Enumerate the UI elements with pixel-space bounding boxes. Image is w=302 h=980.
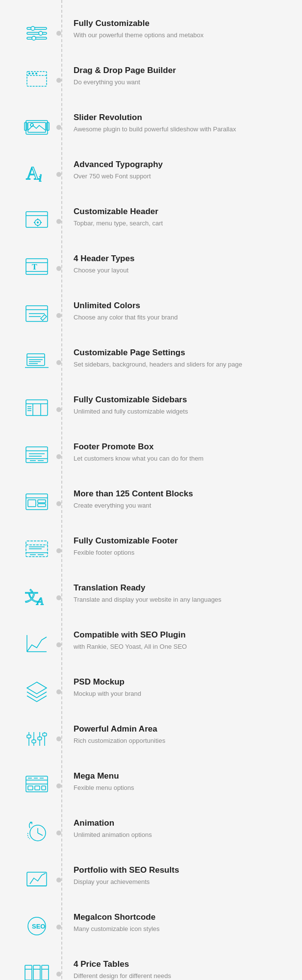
svg-text:i: i <box>39 172 42 184</box>
svg-rect-58 <box>38 504 46 507</box>
timeline-dot <box>56 831 61 835</box>
feature-title-mega-menu: Mega Menu <box>74 771 287 781</box>
svg-rect-86 <box>35 786 40 790</box>
feature-desc-admin-area: Rich customization opportunities <box>74 736 287 746</box>
feature-title-drag-drop: Drag & Drop Page Builder <box>74 66 287 75</box>
feature-title-4-header-types: 4 Header Types <box>74 254 287 264</box>
icon-wrap-footer-promote <box>15 442 59 471</box>
icon-wrap-megalcon: SEO <box>15 912 59 942</box>
icon-wrap-sidebars <box>15 395 59 424</box>
timeline-dot <box>56 360 61 365</box>
svg-text:T: T <box>32 263 37 271</box>
svg-rect-97 <box>42 965 49 980</box>
timeline-dot <box>56 266 61 271</box>
text-wrap-unlimited-colors: Unlimited Colors Choose any color that f… <box>74 301 287 322</box>
feature-title-unlimited-colors: Unlimited Colors <box>74 301 287 311</box>
admin-sliders-icon <box>23 724 50 754</box>
feature-desc-advanced-typography: Over 750 web Font support <box>74 172 287 181</box>
icon-wrap-drag-drop <box>15 66 59 95</box>
feature-item-portfolio-seo: Portfolio with SEO Results Display your … <box>0 857 302 904</box>
svg-point-8 <box>28 73 30 74</box>
timeline-dot <box>56 595 61 600</box>
timeline-dot <box>56 736 61 741</box>
feature-item-drag-drop: Drag & Drop Page Builder Do everything y… <box>0 57 302 104</box>
feature-desc-seo-plugin: with Rankie, SEO Yoast, All in One SEO <box>74 642 287 652</box>
svg-text:SEO: SEO <box>32 923 45 930</box>
svg-marker-70 <box>27 682 47 694</box>
feature-desc-sidebars: Unlimited and fully customizable widgets <box>74 407 287 416</box>
feature-desc-portfolio-seo: Display your achievements <box>74 877 287 887</box>
feature-desc-unlimited-colors: Choose any color that fits your brand <box>74 313 287 322</box>
feature-title-advanced-typography: Advanced Typography <box>74 160 287 170</box>
timeline-dot <box>56 219 61 224</box>
text-wrap-mega-menu: Mega Menu Fexible menu options <box>74 771 287 793</box>
text-wrap-4-header-types: 4 Header Types Choose your layout <box>74 254 287 275</box>
feature-item-content-blocks: More than 125 Content Blocks Create ever… <box>0 480 302 527</box>
icon-wrap-admin-area <box>15 724 59 754</box>
timeline-dot <box>56 407 61 412</box>
svg-rect-76 <box>32 740 36 743</box>
browser-dashed-icon <box>23 66 50 95</box>
icon-wrap-price-tables <box>15 959 59 980</box>
svg-rect-56 <box>28 500 36 507</box>
text-wrap-page-settings: Customizable Page Settings Set sidebars,… <box>74 348 287 369</box>
feature-item-fully-customizable: Fully Customizable With our powerful the… <box>0 10 302 57</box>
timeline-dot <box>56 501 61 506</box>
layers-icon <box>23 677 50 707</box>
sliders-icon <box>23 19 50 48</box>
feature-desc-megalcon: Many customizable icon styles <box>74 924 287 934</box>
svg-point-3 <box>31 26 35 30</box>
icon-wrap-seo-plugin <box>15 630 59 660</box>
feature-title-footer-promote: Footer Promote Box <box>74 442 287 452</box>
icon-wrap-page-settings <box>15 348 59 377</box>
text-wrap-price-tables: 4 Price Tables Different design for diff… <box>74 959 287 980</box>
icon-wrap-slider-revolution <box>15 113 59 142</box>
feature-title-animation: Animation <box>74 818 287 828</box>
feature-item-mega-menu: Mega Menu Fexible menu options <box>0 762 302 809</box>
svg-rect-57 <box>38 500 46 503</box>
mega-menu-icon <box>23 771 50 801</box>
icon-wrap-animation <box>15 818 59 848</box>
feature-desc-content-blocks: Create everything you want <box>74 501 287 511</box>
text-wrap-fully-customizable: Fully Customizable With our powerful the… <box>74 19 287 40</box>
page-laptop-icon <box>23 348 50 377</box>
icon-wrap-customizable-header <box>15 207 59 236</box>
text-wrap-footer-promote: Footer Promote Box Let customers know wh… <box>74 442 287 464</box>
feature-title-slider-revolution: Slider Revolution <box>74 113 287 122</box>
text-wrap-psd-mockup: PSD Mockup Mockup with your brand <box>74 677 287 699</box>
feature-item-advanced-typography: A i Advanced Typography Over 750 web Fon… <box>0 151 302 198</box>
timeline-dot <box>56 642 61 647</box>
feature-item-price-tables: 4 Price Tables Different design for diff… <box>0 951 302 980</box>
svg-rect-96 <box>33 965 40 980</box>
text-wrap-customizable-footer: Fully Customizable Footer Fexible footer… <box>74 536 287 558</box>
text-wrap-seo-plugin: Compatible with SEO Plugin with Rankie, … <box>74 630 287 652</box>
svg-point-9 <box>32 73 34 74</box>
portfolio-chart-icon <box>23 865 50 895</box>
timeline-dot <box>56 313 61 318</box>
feature-item-page-settings: Customizable Page Settings Set sidebars,… <box>0 339 302 386</box>
icon-wrap-fully-customizable <box>15 19 59 48</box>
feature-item-footer-promote: Footer Promote Box Let customers know wh… <box>0 433 302 480</box>
svg-point-21 <box>37 221 39 223</box>
typography-a-icon: A i <box>23 160 50 189</box>
svg-point-10 <box>35 73 37 74</box>
feature-item-admin-area: Powerful Admin Area Rich customization o… <box>0 715 302 762</box>
icon-wrap-psd-mockup <box>15 677 59 707</box>
feature-item-slider-revolution: Slider Revolution Awesome plugin to buil… <box>0 104 302 151</box>
timeline-dot <box>56 972 61 977</box>
feature-desc-drag-drop: Do everything you want <box>74 77 287 87</box>
feature-item-animation: Animation Unlimited animation options <box>0 809 302 857</box>
seo-badge-icon: SEO <box>23 912 50 942</box>
text-wrap-customizable-header: Customizable Header Topbar, menu type, s… <box>74 207 287 228</box>
text-wrap-portfolio-seo: Portfolio with SEO Results Display your … <box>74 865 287 887</box>
timeline-dot <box>56 878 61 882</box>
text-wrap-admin-area: Powerful Admin Area Rich customization o… <box>74 724 287 746</box>
svg-rect-40 <box>26 400 48 416</box>
svg-rect-78 <box>43 733 47 736</box>
feature-title-fully-customizable: Fully Customizable <box>74 19 287 28</box>
features-container: Fully Customizable With our powerful the… <box>0 0 302 980</box>
feature-title-seo-plugin: Compatible with SEO Plugin <box>74 630 287 640</box>
feature-desc-psd-mockup: Mockup with your brand <box>74 689 287 699</box>
feature-desc-fully-customizable: With our powerful theme options and meta… <box>74 30 287 40</box>
feature-desc-slider-revolution: Awesome plugin to build powerful slidesh… <box>74 124 287 134</box>
